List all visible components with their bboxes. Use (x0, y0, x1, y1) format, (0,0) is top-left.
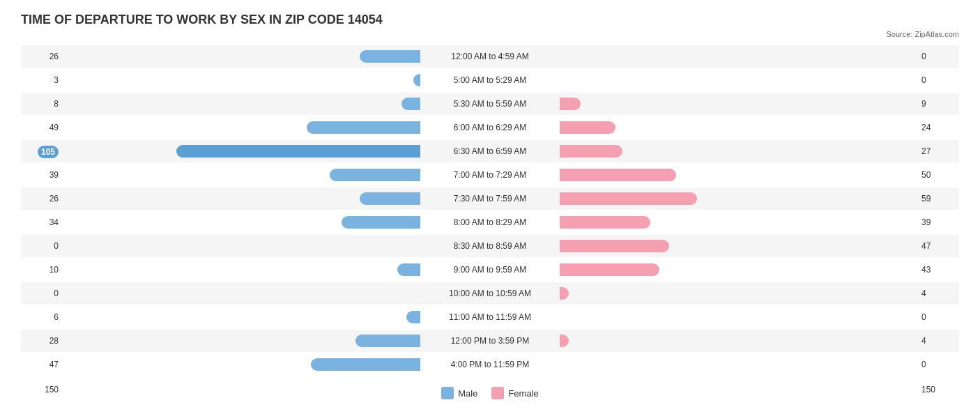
female-bar-wrap (560, 141, 917, 161)
legend-male-label: Male (458, 388, 477, 399)
male-bar-wrap (63, 47, 420, 66)
female-value: 47 (917, 241, 959, 251)
female-bar-wrap (560, 331, 917, 351)
male-value: 47 (21, 360, 63, 369)
male-bar-wrap (63, 307, 420, 327)
male-value: 0 (21, 289, 63, 298)
male-value: 26 (21, 194, 63, 204)
table-row: 397:00 AM to 7:29 AM50 (21, 164, 959, 186)
female-value: 4 (917, 336, 959, 346)
chart-container: TIME OF DEPARTURE TO WORK BY SEX IN ZIP … (0, 0, 980, 414)
female-bar-wrap (560, 70, 917, 90)
male-value: 26 (21, 52, 63, 61)
male-bar-wrap (63, 213, 420, 232)
legend-male-box (441, 387, 454, 399)
table-row: 85:30 AM to 5:59 AM9 (21, 93, 959, 115)
male-value: 49 (21, 123, 63, 132)
time-label: 7:00 AM to 7:29 AM (420, 170, 560, 180)
female-bar (560, 335, 569, 347)
male-bar-wrap (63, 165, 420, 185)
axis-center: Male Female (63, 380, 917, 399)
male-value-highlighted: 105 (21, 145, 63, 158)
table-row: 496:00 AM to 6:29 AM24 (21, 116, 959, 139)
female-value: 50 (917, 170, 959, 180)
time-label: 5:30 AM to 5:59 AM (420, 99, 560, 109)
time-label: 6:30 AM to 6:59 AM (420, 146, 560, 156)
female-bar-empty (560, 358, 561, 371)
table-row: 348:00 AM to 8:29 AM39 (21, 211, 959, 233)
male-bar-wrap (63, 189, 420, 208)
table-row: 08:30 AM to 8:59 AM47 (21, 235, 959, 257)
legend-female: Female (491, 387, 538, 399)
bars-center: 8:30 AM to 8:59 AM (63, 236, 917, 256)
table-row: 474:00 PM to 11:59 PM0 (21, 353, 959, 376)
time-label: 8:00 AM to 8:29 AM (420, 217, 560, 227)
bars-center: 12:00 AM to 4:59 AM (63, 47, 917, 66)
male-bar (355, 335, 420, 347)
table-row: 109:00 AM to 9:59 AM43 (21, 259, 959, 281)
male-bar-wrap (63, 331, 420, 351)
male-value: 10 (21, 265, 63, 275)
chart-area: 2612:00 AM to 4:59 AM035:00 AM to 5:29 A… (21, 45, 959, 376)
female-value: 0 (917, 52, 959, 61)
male-bar-wrap (63, 141, 420, 161)
source-label: Source: ZipAtlas.com (21, 30, 959, 38)
female-value: 9 (917, 99, 959, 109)
female-bar (560, 192, 697, 205)
male-value: 34 (21, 217, 63, 227)
male-bar (397, 263, 420, 276)
male-bar-wrap (63, 94, 420, 114)
female-bar-wrap (560, 47, 917, 66)
table-row: 010:00 AM to 10:59 AM4 (21, 282, 959, 305)
female-value: 0 (917, 75, 959, 85)
male-value: 28 (21, 336, 63, 346)
female-bar-wrap (560, 118, 917, 137)
male-bar (176, 145, 420, 158)
bars-center: 5:00 AM to 5:29 AM (63, 70, 917, 90)
bars-center: 12:00 PM to 3:59 PM (63, 331, 917, 351)
time-label: 6:00 AM to 6:29 AM (420, 123, 560, 132)
bars-center: 6:00 AM to 6:29 AM (63, 118, 917, 137)
table-row: 2812:00 PM to 3:59 PM4 (21, 330, 959, 352)
female-bar (560, 240, 669, 252)
table-row: 1056:30 AM to 6:59 AM27 (21, 140, 959, 162)
female-bar-wrap (560, 260, 917, 279)
bars-center: 10:00 AM to 10:59 AM (63, 284, 917, 303)
female-value: 59 (917, 194, 959, 204)
female-bar-wrap (560, 94, 917, 114)
male-bar (342, 216, 420, 229)
female-value: 24 (917, 123, 959, 132)
female-bar-empty (560, 50, 561, 63)
time-label: 5:00 AM to 5:29 AM (420, 75, 560, 85)
chart-title: TIME OF DEPARTURE TO WORK BY SEX IN ZIP … (21, 13, 959, 27)
female-bar (560, 169, 676, 181)
male-bar (330, 169, 420, 181)
bars-center: 8:00 AM to 8:29 AM (63, 213, 917, 232)
female-bar (560, 263, 659, 276)
time-label: 7:30 AM to 7:59 AM (420, 194, 560, 204)
axis-right: 150 (917, 385, 959, 394)
female-bar-empty (560, 311, 561, 323)
female-bar (560, 121, 615, 134)
female-bar (560, 287, 569, 300)
female-bar-wrap (560, 165, 917, 185)
table-row: 611:00 AM to 11:59 AM0 (21, 306, 959, 328)
bars-center: 5:30 AM to 5:59 AM (63, 94, 917, 114)
male-bar (311, 358, 420, 371)
table-row: 267:30 AM to 7:59 AM59 (21, 187, 959, 210)
male-value: 6 (21, 312, 63, 322)
table-row: 35:00 AM to 5:29 AM0 (21, 69, 959, 91)
female-bar (560, 98, 581, 110)
male-value: 0 (21, 241, 63, 251)
bars-center: 11:00 AM to 11:59 AM (63, 307, 917, 327)
male-bar (360, 50, 420, 63)
female-bar-wrap (560, 307, 917, 327)
time-label: 8:30 AM to 8:59 AM (420, 241, 560, 251)
time-label: 10:00 AM to 10:59 AM (420, 289, 560, 298)
male-value: 3 (21, 75, 63, 85)
male-bar-wrap (63, 70, 420, 90)
axis-row: 150 Male Female 150 (21, 380, 959, 399)
bars-center: 9:00 AM to 9:59 AM (63, 260, 917, 279)
bars-center: 7:30 AM to 7:59 AM (63, 189, 917, 208)
table-row: 2612:00 AM to 4:59 AM0 (21, 45, 959, 68)
